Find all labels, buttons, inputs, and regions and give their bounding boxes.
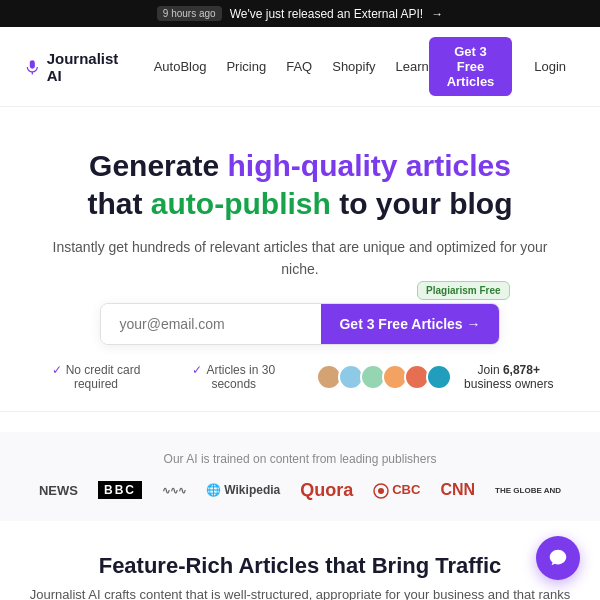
pub-globe: THE GLOBE AND [495,486,561,495]
hero-headline: Generate high-quality articles that auto… [40,147,560,222]
pub-wikipedia: 🌐 Wikipedia [206,483,280,497]
headline-part2: that [88,187,151,220]
pub-cbc: CBC [373,482,420,499]
nav-logo[interactable]: Journalist AI [24,50,122,84]
headline-highlight2: auto-publish [151,187,331,220]
nav-login-button[interactable]: Login [524,52,576,81]
mic-icon [24,57,41,77]
pub-quora: Quora [300,480,353,501]
trust-item1: ✓No credit card required [40,363,152,391]
publishers-label: Our AI is trained on content from leadin… [24,452,576,466]
pub-wavy: ∿∿∿ [162,485,186,496]
trust-avatars-group: Join 6,878+ business owners [316,363,560,391]
pub-news: NEWS [39,483,78,498]
chat-bubble-button[interactable] [536,536,580,580]
nav-learn[interactable]: Learn [396,59,429,74]
features-subtitle: Journalist AI crafts content that is wel… [28,587,572,600]
email-cta-box: Get 3 Free Articles → [100,303,499,345]
nav-links: AutoBlog Pricing FAQ Shopify Learn [154,59,429,74]
hero-subtext: Instantly get hundreds of relevant artic… [40,236,560,281]
trust-row: ✓No credit card required ✓Articles in 30… [40,363,560,391]
nav-faq[interactable]: FAQ [286,59,312,74]
svg-point-3 [378,488,384,494]
headline-part3: to your blog [331,187,513,220]
chat-icon [547,547,569,569]
email-cta-wrapper: Plagiarism Free Get 3 Free Articles → [100,303,499,345]
announcement-bar: 9 hours ago We've just released an Exter… [0,0,600,27]
pub-bbc: BBC [98,481,142,499]
avatars [316,364,452,390]
pub-cnn: CNN [440,481,475,499]
headline-part1: Generate [89,149,227,182]
announcement-text: We've just released an External API! [230,7,424,21]
headline-highlight1: high-quality articles [228,149,511,182]
nav-autoblog[interactable]: AutoBlog [154,59,207,74]
svg-rect-0 [30,60,35,68]
nav-logo-text: Journalist AI [47,50,122,84]
nav-actions: Get 3 Free Articles Login [429,37,576,96]
section-divider [0,411,600,412]
avatar [426,364,452,390]
publishers-logos: NEWS BBC ∿∿∿ 🌐 Wikipedia Quora CBC CNN T… [24,480,576,501]
hero-cta-button[interactable]: Get 3 Free Articles → [321,304,498,344]
plagiarism-badge: Plagiarism Free [417,281,509,300]
features-title: Feature-Rich Articles that Bring Traffic [28,553,572,579]
publishers-section: Our AI is trained on content from leadin… [0,432,600,521]
announcement-link[interactable]: → [431,7,443,21]
hero-section: Generate high-quality articles that auto… [0,107,600,411]
features-section: Feature-Rich Articles that Bring Traffic… [0,521,600,600]
navbar: Journalist AI AutoBlog Pricing FAQ Shopi… [0,27,600,107]
trust-item2: ✓Articles in 30 seconds [180,363,288,391]
nav-cta-button[interactable]: Get 3 Free Articles [429,37,512,96]
nav-shopify[interactable]: Shopify [332,59,375,74]
email-input[interactable] [101,304,321,344]
announcement-badge: 9 hours ago [157,6,222,21]
trust-count: Join 6,878+ business owners [458,363,560,391]
nav-pricing[interactable]: Pricing [226,59,266,74]
